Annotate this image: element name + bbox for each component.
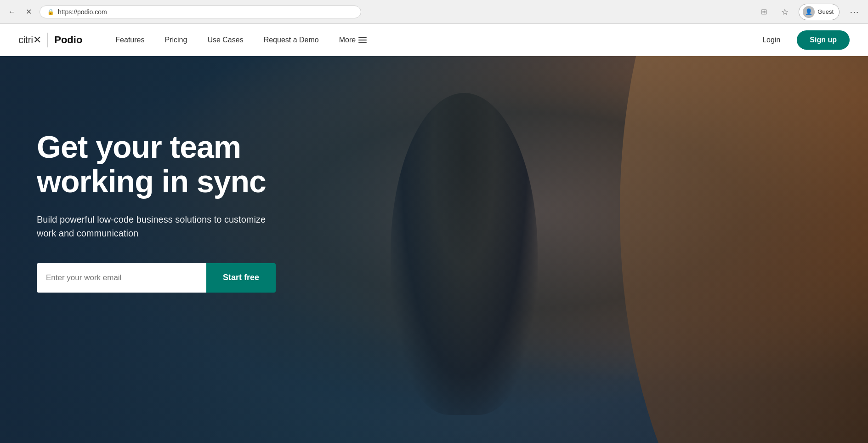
lock-icon: 🔒: [47, 9, 54, 15]
address-bar[interactable]: 🔒 https://podio.com: [40, 6, 361, 18]
login-button[interactable]: Login: [755, 32, 788, 48]
url-text: https://podio.com: [58, 8, 353, 16]
email-input[interactable]: [37, 263, 206, 293]
podio-logo: Podio: [54, 34, 82, 46]
browser-chrome: ← ✕ 🔒 https://podio.com ⊞ ☆ 👤 Guest ⋯: [0, 0, 868, 24]
back-button[interactable]: ←: [6, 6, 18, 18]
close-button[interactable]: ✕: [22, 6, 35, 18]
menu-bar-1: [358, 37, 367, 38]
more-label: More: [339, 36, 356, 44]
avatar-icon: 👤: [805, 8, 812, 15]
nav-features[interactable]: Features: [105, 24, 154, 56]
guest-profile-button[interactable]: 👤 Guest: [799, 4, 840, 20]
site-navigation: citri✕ Podio Features Pricing Use Cases …: [0, 24, 868, 56]
star-icon: ☆: [781, 7, 789, 17]
nav-use-cases[interactable]: Use Cases: [197, 24, 253, 56]
hero-title-line2: working in sync: [37, 164, 266, 199]
hero-subtitle: Build powerful low-code business solutio…: [37, 213, 276, 240]
hero-cta-form: Start free: [37, 263, 276, 293]
hero-title: Get your team working in sync: [37, 130, 276, 199]
menu-bar-2: [358, 40, 367, 40]
browser-controls: ← ✕: [6, 6, 35, 18]
more-menu-icon: [358, 37, 367, 43]
guest-label: Guest: [817, 8, 834, 15]
nav-pricing[interactable]: Pricing: [154, 24, 197, 56]
nav-links: Features Pricing Use Cases Request a Dem…: [105, 24, 755, 56]
browser-more-button[interactable]: ⋯: [846, 5, 862, 19]
browser-right-controls: ⊞ ☆ 👤 Guest ⋯: [756, 4, 862, 20]
reader-mode-button[interactable]: ⊞: [756, 5, 771, 19]
signup-button[interactable]: Sign up: [797, 30, 850, 50]
logo-area[interactable]: citri✕ Podio: [18, 33, 82, 47]
logo-divider: [47, 33, 48, 47]
more-dots-icon: ⋯: [850, 7, 859, 17]
reader-icon: ⊞: [761, 7, 767, 16]
hero-title-line1: Get your team: [37, 129, 241, 164]
nav-more-button[interactable]: More: [329, 24, 377, 56]
avatar: 👤: [803, 6, 815, 18]
menu-bar-3: [358, 42, 367, 43]
favorites-button[interactable]: ☆: [777, 5, 792, 19]
citrix-logo: citri✕: [18, 34, 41, 46]
hero-content: Get your team working in sync Build powe…: [0, 56, 312, 329]
start-free-button[interactable]: Start free: [206, 263, 276, 293]
nav-right: Login Sign up: [755, 30, 850, 50]
nav-request-demo[interactable]: Request a Demo: [254, 24, 329, 56]
hero-section: Get your team working in sync Build powe…: [0, 56, 868, 443]
